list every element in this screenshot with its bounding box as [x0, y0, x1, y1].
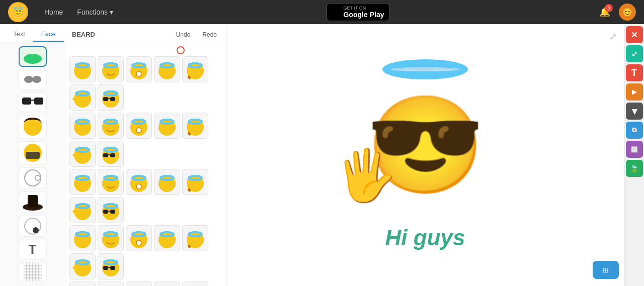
- center-canvas[interactable]: ⤢ 😎 🖐️ Hi guys: [226, 24, 624, 286]
- canvas-emoji-container: 😎 🖐️: [330, 44, 521, 235]
- emoji-cell[interactable]: [182, 56, 208, 82]
- copy-tool-button[interactable]: ⧉: [626, 122, 643, 139]
- selection-indicator: [177, 46, 185, 54]
- close-tool-button[interactable]: ✕: [626, 26, 643, 43]
- svg-point-9: [25, 170, 41, 186]
- emoji-cell[interactable]: [69, 141, 96, 167]
- avatar[interactable]: 😊: [619, 4, 636, 21]
- emoji-cell[interactable]: [154, 113, 180, 139]
- emoji-cell[interactable]: [69, 197, 96, 223]
- svg-rect-3: [22, 98, 31, 105]
- emoji-cell[interactable]: [126, 113, 152, 139]
- icon-item-dark-hair[interactable]: [19, 115, 47, 138]
- icon-item-text-t[interactable]: T: [19, 240, 47, 259]
- canvas-resize-handle[interactable]: ⤢: [609, 31, 617, 42]
- emoji-cell[interactable]: [69, 113, 96, 139]
- tab-text[interactable]: Text: [5, 27, 33, 42]
- svg-point-0: [24, 54, 42, 64]
- emoji-cell[interactable]: [126, 56, 152, 82]
- logo[interactable]: 😇: [8, 2, 28, 22]
- svg-rect-5: [31, 100, 34, 101]
- icon-item-grey-moustache[interactable]: [19, 70, 47, 89]
- emoji-cell[interactable]: [126, 225, 152, 251]
- svg-rect-92: [103, 210, 108, 214]
- nav-functions[interactable]: Functions ▾: [71, 5, 119, 19]
- notification-badge: 3: [605, 4, 613, 12]
- emoji-row-1: [69, 113, 222, 167]
- hand-emoji: 🖐️: [335, 146, 397, 205]
- navbar-right: 🔔 3 😊: [597, 4, 636, 21]
- svg-rect-47: [110, 97, 115, 101]
- navbar-center: ▶ GET IT ON Google Play: [119, 3, 597, 21]
- emoji-cell[interactable]: [69, 169, 96, 195]
- emoji-cell[interactable]: [182, 169, 208, 195]
- icon-item-circle-thin[interactable]: [19, 167, 47, 188]
- emoji-cell[interactable]: [98, 141, 124, 167]
- emoji-cell[interactable]: [98, 197, 124, 223]
- left-panel: Text Face BEARD Undo Redo: [0, 24, 226, 286]
- icon-item-pattern[interactable]: [19, 262, 47, 282]
- nav-home[interactable]: Home: [38, 5, 69, 19]
- resize-tool-button[interactable]: ⤢: [626, 45, 643, 62]
- google-play-text: GET IT ON Google Play: [344, 6, 384, 19]
- emoji-cell[interactable]: [69, 281, 96, 286]
- google-play-button[interactable]: ▶ GET IT ON Google Play: [327, 3, 390, 21]
- emoji-cell[interactable]: [154, 281, 180, 286]
- emoji-cell[interactable]: [154, 56, 180, 82]
- emoji-cell[interactable]: [182, 281, 208, 286]
- emoji-cell[interactable]: [69, 225, 96, 251]
- emoji-cell[interactable]: [154, 169, 180, 195]
- undo-button[interactable]: Undo: [172, 29, 195, 40]
- emoji-cell[interactable]: [98, 281, 124, 286]
- svg-rect-46: [103, 97, 108, 101]
- emoji-cell[interactable]: [182, 225, 208, 251]
- emoji-cell[interactable]: [98, 253, 124, 279]
- text-tool-button[interactable]: T: [626, 64, 643, 81]
- svg-rect-69: [103, 153, 108, 157]
- emoji-cell[interactable]: [98, 113, 124, 139]
- chevron-down-tool-button[interactable]: ▾: [626, 103, 643, 120]
- notification-button[interactable]: 🔔 3: [597, 4, 613, 20]
- sticker-tool-button[interactable]: 🍃: [626, 160, 643, 177]
- emoji-row-2: [69, 169, 222, 223]
- navbar: 😇 Home Functions ▾ ▶ GET IT ON Google Pl…: [0, 0, 644, 24]
- paint-tool-button[interactable]: ▶: [626, 83, 643, 101]
- emoji-cell[interactable]: [126, 281, 152, 286]
- svg-point-55: [136, 128, 141, 133]
- halo-ring: [382, 59, 468, 79]
- icon-sidebar: T: [0, 42, 65, 286]
- emoji-cell[interactable]: [98, 84, 124, 111]
- icon-item-green-beard[interactable]: [19, 46, 47, 67]
- emoji-cell[interactable]: [98, 56, 124, 82]
- functions-arrow: ▾: [110, 8, 113, 16]
- export-icon: ⊞: [603, 266, 609, 274]
- icon-item-mask[interactable]: [19, 141, 47, 164]
- icon-item-hat[interactable]: [19, 192, 47, 213]
- google-play-label: Google Play: [344, 11, 384, 19]
- google-play-icon: ▶: [332, 6, 340, 18]
- emoji-cell[interactable]: [69, 253, 96, 279]
- tab-beard-label: BEARD: [64, 28, 103, 41]
- svg-point-101: [136, 240, 141, 245]
- svg-rect-4: [34, 98, 43, 105]
- main-layout: Text Face BEARD Undo Redo: [0, 24, 644, 286]
- emoji-cell[interactable]: [69, 56, 96, 82]
- get-it-on-label: GET IT ON: [344, 6, 384, 11]
- layers-tool-button[interactable]: ⬜: [626, 141, 643, 158]
- emoji-cell[interactable]: [182, 113, 208, 139]
- export-button[interactable]: ⊞: [593, 261, 619, 279]
- panel-tabs: Text Face BEARD Undo Redo: [0, 24, 226, 42]
- emoji-cell[interactable]: [69, 84, 96, 111]
- emoji-cell[interactable]: [98, 225, 124, 251]
- icon-item-sunglasses[interactable]: [19, 92, 47, 112]
- emoji-row-3: [69, 225, 222, 279]
- emoji-cell[interactable]: [154, 225, 180, 251]
- icon-item-circle-outline[interactable]: [19, 216, 47, 237]
- svg-rect-116: [110, 266, 115, 270]
- nav-links: Home Functions ▾: [38, 5, 119, 19]
- redo-button[interactable]: Redo: [198, 29, 221, 40]
- tab-face[interactable]: Face: [33, 27, 64, 42]
- emoji-cell[interactable]: [126, 169, 152, 195]
- svg-rect-70: [110, 153, 115, 157]
- emoji-cell[interactable]: [98, 169, 124, 195]
